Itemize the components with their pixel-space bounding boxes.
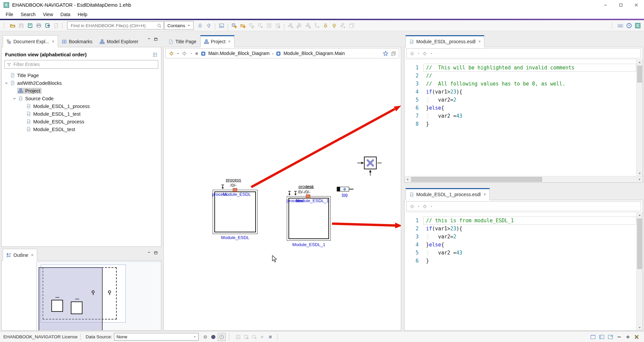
print-button[interactable] — [34, 21, 43, 30]
disconnect-button[interactable] — [312, 21, 321, 30]
copy-path-icon[interactable] — [391, 50, 396, 56]
datasource-globe-icon[interactable] — [210, 333, 217, 341]
close-button[interactable] — [629, 0, 644, 10]
add-block-button[interactable] — [230, 21, 238, 30]
menu-file[interactable]: File — [2, 10, 17, 19]
data-source-select[interactable]: None — [114, 333, 199, 341]
menu-data[interactable]: Data — [57, 10, 74, 19]
scroll-left-icon[interactable] — [405, 176, 411, 182]
add-folder-button[interactable] — [238, 21, 247, 30]
save-button[interactable] — [17, 21, 25, 30]
filter-entries-input[interactable]: Filter Entries — [4, 60, 158, 69]
tab-model-explorer[interactable]: Model Explorer — [96, 36, 142, 47]
tab-outline[interactable]: Outline × — [3, 249, 37, 261]
search-input[interactable] — [70, 23, 157, 28]
tab-module-esdl-process-esdl[interactable]: Module_ESDL_process.esdl× — [406, 35, 484, 47]
close-icon[interactable]: × — [483, 192, 486, 197]
chevron-down-icon[interactable] — [417, 52, 420, 55]
about-ehandbook-button[interactable] — [633, 21, 642, 30]
show-list-button[interactable] — [265, 21, 273, 30]
open-file-button[interactable] — [8, 21, 17, 30]
scroll-right-icon[interactable] — [637, 176, 643, 182]
edit-block-button[interactable] — [247, 21, 256, 30]
stop-measurement-icon[interactable] — [267, 333, 274, 341]
favorite-star-icon[interactable] — [383, 50, 388, 56]
zoom-out-button[interactable] — [615, 333, 623, 341]
forward-button[interactable] — [422, 50, 428, 56]
experiment-window-icon[interactable] — [251, 333, 258, 341]
chevron-down-icon[interactable] — [4, 80, 9, 86]
multiply-block[interactable] — [364, 157, 377, 169]
export-handbook-button[interactable] — [43, 21, 52, 30]
close-icon[interactable]: × — [228, 39, 231, 44]
history-icon[interactable] — [218, 333, 226, 341]
block-diagram-canvas[interactable]: process /0/- process Module_ESDL Module_… — [164, 60, 401, 330]
horizontal-scrollbar[interactable] — [405, 176, 643, 182]
search-up-button[interactable] — [204, 21, 213, 30]
delete-tree-button[interactable] — [304, 21, 312, 30]
minimize-button[interactable] — [598, 0, 613, 10]
search-down-button[interactable] — [196, 21, 204, 30]
search-mode-dropdown[interactable]: Contains — [164, 21, 194, 30]
minimize-view-icon[interactable] — [147, 250, 152, 256]
connection-status-icon[interactable] — [633, 333, 640, 341]
maximize-button[interactable] — [613, 0, 629, 10]
remove-list-button[interactable] — [273, 21, 282, 30]
tree-item-project[interactable]: Project — [2, 87, 161, 95]
close-icon[interactable]: × — [31, 252, 34, 258]
code-editor[interactable]: 123456 // this is from module_ESDL_1if(v… — [405, 212, 643, 330]
scroll-down-icon[interactable] — [637, 171, 643, 176]
menu-help[interactable]: Help — [74, 10, 91, 19]
scrollbar-thumb[interactable] — [637, 66, 642, 82]
tab-title-page[interactable]: Title Page — [165, 36, 200, 47]
scrollbar-thumb[interactable] — [411, 177, 542, 182]
scrollbar-thumb[interactable] — [637, 219, 642, 269]
chevron-down-icon[interactable] — [417, 205, 420, 208]
forward-button[interactable] — [182, 50, 187, 56]
tree-item-axlwith2codeblocks[interactable]: axlWith2CodeBlocks — [2, 79, 161, 87]
export-pdf-button[interactable] — [52, 21, 60, 30]
scroll-down-icon[interactable] — [637, 325, 643, 330]
tree-item-title-page[interactable]: Title Page — [2, 71, 161, 79]
remove-tree-button[interactable] — [295, 21, 304, 30]
back-button[interactable] — [409, 203, 415, 209]
menu-search[interactable]: Search — [17, 10, 39, 19]
chevron-down-icon[interactable] — [176, 52, 179, 55]
keyboard-shortcuts-button[interactable] — [616, 21, 625, 30]
chevron-down-icon[interactable] — [12, 96, 17, 101]
back-button[interactable] — [168, 50, 174, 56]
move-down-button[interactable] — [321, 21, 330, 30]
maximize-view-icon[interactable] — [154, 36, 158, 42]
breadcrumb-collapse[interactable]: « — [195, 50, 198, 56]
chevron-down-icon[interactable] — [430, 205, 433, 208]
scroll-up-icon[interactable] — [637, 213, 643, 218]
tree-item-source-code[interactable]: Source Code — [2, 95, 161, 102]
chevron-down-icon[interactable] — [430, 52, 433, 55]
back-button[interactable] — [409, 50, 415, 56]
outline-viewport-rect[interactable] — [39, 267, 103, 330]
breadcrumb-item[interactable]: Main.Module_Block_Diagram — [208, 51, 270, 56]
open-handbook-button[interactable] — [25, 21, 34, 30]
start-measurement-icon[interactable] — [259, 333, 266, 341]
chevron-down-icon[interactable] — [190, 52, 193, 55]
code-editor[interactable]: 12345678 // This will be highlighted and… — [405, 59, 643, 176]
tree-item-module-esdl-process[interactable]: Module_ESDL_process — [2, 118, 161, 125]
menu-view[interactable]: View — [39, 10, 57, 19]
function-tree[interactable]: Title PageaxlWith2CodeBlocksProjectSourc… — [2, 71, 161, 246]
forward-button[interactable] — [422, 203, 428, 209]
log-block[interactable] — [337, 187, 354, 191]
layout-console-button[interactable] — [589, 333, 597, 341]
tab-module-esdl-1-process-esdl[interactable]: Module_ESDL_1_process.esdl× — [406, 188, 490, 200]
scroll-up-icon[interactable] — [637, 60, 643, 65]
layout-editors-button[interactable] — [607, 333, 614, 341]
outline-thumbnail[interactable] — [2, 261, 161, 330]
run-block-button[interactable] — [256, 21, 265, 30]
snapshot-button[interactable] — [217, 21, 226, 30]
close-icon[interactable]: × — [478, 39, 481, 44]
move-up-button[interactable] — [330, 21, 338, 30]
tab-document-expl[interactable]: Document Expl...× — [3, 35, 58, 47]
minimize-view-icon[interactable] — [147, 36, 152, 42]
zoom-in-button[interactable] — [624, 333, 632, 341]
tab-bookmarks[interactable]: Bookmarks — [58, 36, 96, 47]
close-icon[interactable]: × — [52, 39, 55, 44]
